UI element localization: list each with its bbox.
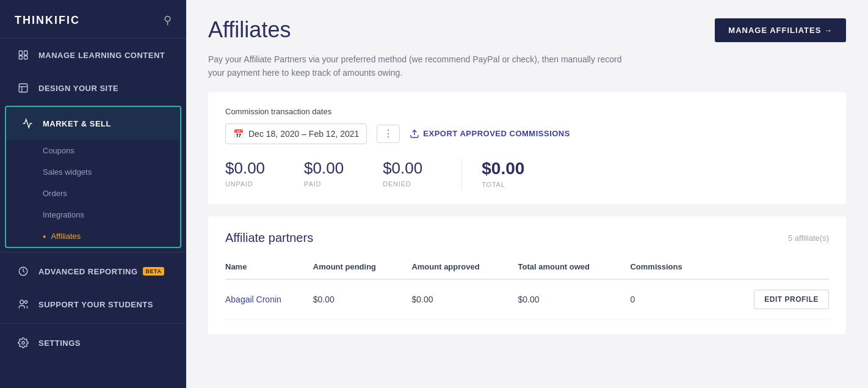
sidebar-item-label: ADVANCED REPORTING: [38, 267, 138, 276]
stat-total: $0.00 TOTAL: [482, 159, 544, 188]
partners-table: Name Amount pending Amount approved Tota…: [225, 257, 829, 320]
actions-cell: EDIT PROFILE: [712, 279, 829, 320]
chart-icon: [21, 117, 34, 130]
calendar-icon: 📅: [233, 129, 244, 139]
stat-unpaid: $0.00 UNPAID: [225, 159, 284, 188]
affiliates-count: 5 affiliate(s): [788, 233, 829, 243]
export-commissions-button[interactable]: EXPORT APPROVED COMMISSIONS: [410, 129, 570, 139]
stat-denied-value: $0.00: [383, 159, 422, 178]
settings-icon: [16, 336, 30, 350]
sidebar-logo: THINKIFIC ⚲: [0, 0, 186, 38]
main-content: Affiliates MANAGE AFFILIATES → Pay your …: [186, 0, 868, 388]
svg-point-10: [22, 342, 25, 345]
page-description: Pay your Affiliate Partners via your pre…: [208, 53, 623, 80]
commissions-cell: 0: [630, 279, 711, 320]
sidebar-item-label: MANAGE LEARNING CONTENT: [38, 51, 165, 60]
col-header-commissions: Commissions: [630, 257, 711, 279]
sidebar-item-market-sell[interactable]: MARKET & SELL: [6, 107, 180, 140]
total-owed-cell: $0.00: [518, 279, 631, 320]
sidebar-item-advanced-reporting[interactable]: ADVANCED REPORTING BETA: [0, 255, 186, 288]
sidebar-item-label: SETTINGS: [38, 339, 81, 348]
affiliate-name: Abagail Cronin: [225, 279, 313, 320]
col-header-name: Name: [225, 257, 313, 279]
sidebar-sub-item-affiliates[interactable]: Affiliates: [6, 225, 180, 247]
stat-unpaid-label: UNPAID: [225, 180, 265, 188]
commission-label: Commission transaction dates: [225, 107, 829, 116]
stats-divider: [461, 159, 462, 189]
sidebar-item-label: MARKET & SELL: [43, 119, 111, 128]
sidebar-item-manage-learning[interactable]: MANAGE LEARNING CONTENT: [0, 38, 186, 71]
col-header-amount-pending: Amount pending: [313, 257, 412, 279]
sidebar-item-label: DESIGN YOUR SITE: [38, 84, 118, 93]
svg-point-8: [20, 300, 24, 304]
beta-badge: BETA: [143, 267, 165, 276]
layout-icon: [16, 81, 30, 95]
svg-rect-2: [19, 56, 22, 59]
sidebar-item-settings[interactable]: SETTINGS: [0, 326, 186, 359]
svg-rect-4: [19, 84, 27, 92]
main-body: Pay your Affiliate Partners via your pre…: [186, 53, 868, 388]
sidebar-item-support-students[interactable]: SUPPORT YOUR STUDENTS: [0, 288, 186, 321]
sidebar: THINKIFIC ⚲ MANAGE LEARNING CONTENT DESI…: [0, 0, 186, 388]
amount-approved-cell: $0.00: [411, 279, 518, 320]
sidebar-item-design-site[interactable]: DESIGN YOUR SITE: [0, 71, 186, 104]
table-row: Abagail Cronin $0.00 $0.00 $0.00 0 EDIT …: [225, 279, 829, 320]
svg-point-9: [24, 301, 27, 304]
amount-pending-cell: $0.00: [313, 279, 412, 320]
students-icon: [16, 298, 30, 311]
stat-denied: $0.00 DENIED: [383, 159, 442, 188]
stat-total-value: $0.00: [482, 159, 524, 178]
sidebar-sub-item-coupons[interactable]: Coupons: [6, 140, 180, 161]
stats-row: $0.00 UNPAID $0.00 PAID $0.00 DENIED $0.…: [225, 159, 829, 189]
reporting-icon: [16, 265, 30, 278]
partners-title: Affiliate partners: [225, 231, 313, 245]
date-row: 📅 Dec 18, 2020 – Feb 12, 2021 ⋮ EXPORT A…: [225, 123, 829, 144]
svg-rect-1: [24, 51, 27, 55]
page-title: Affiliates: [208, 17, 291, 43]
stat-denied-label: DENIED: [383, 180, 422, 188]
date-options-button[interactable]: ⋮: [377, 125, 400, 143]
col-header-actions: [712, 257, 829, 279]
svg-rect-3: [24, 56, 27, 59]
date-range-value: Dec 18, 2020 – Feb 12, 2021: [248, 129, 359, 139]
edit-profile-button[interactable]: EDIT PROFILE: [754, 290, 829, 309]
date-range-picker[interactable]: 📅 Dec 18, 2020 – Feb 12, 2021: [225, 123, 367, 144]
stat-unpaid-value: $0.00: [225, 159, 265, 178]
export-icon: [410, 129, 419, 139]
brand-name: THINKIFIC: [15, 14, 80, 27]
sidebar-sub-item-integrations[interactable]: Integrations: [6, 204, 180, 225]
manage-affiliates-button[interactable]: MANAGE AFFILIATES →: [715, 18, 846, 42]
partners-section: Affiliate partners 5 affiliate(s) Name A…: [208, 216, 846, 334]
svg-rect-0: [19, 51, 22, 55]
stat-paid-value: $0.00: [304, 159, 344, 178]
page-header: Affiliates MANAGE AFFILIATES →: [186, 0, 868, 53]
sidebar-item-label: SUPPORT YOUR STUDENTS: [38, 300, 153, 309]
col-header-total-owed: Total amount owed: [518, 257, 631, 279]
stat-paid-label: PAID: [304, 180, 344, 188]
col-header-amount-approved: Amount approved: [411, 257, 518, 279]
commission-section: Commission transaction dates 📅 Dec 18, 2…: [208, 92, 846, 204]
market-sell-section: MARKET & SELL Coupons Sales widgets Orde…: [5, 106, 181, 248]
sidebar-sub-item-sales-widgets[interactable]: Sales widgets: [6, 161, 180, 183]
table-header: Name Amount pending Amount approved Tota…: [225, 257, 829, 279]
partners-header: Affiliate partners 5 affiliate(s): [225, 231, 829, 245]
stat-total-label: TOTAL: [482, 181, 524, 188]
affiliate-name-link[interactable]: Abagail Cronin: [225, 295, 281, 304]
book-icon: [16, 48, 30, 62]
stat-paid: $0.00 PAID: [304, 159, 363, 188]
export-button-label: EXPORT APPROVED COMMISSIONS: [423, 129, 570, 138]
search-icon[interactable]: ⚲: [164, 13, 172, 27]
table-body: Abagail Cronin $0.00 $0.00 $0.00 0 EDIT …: [225, 279, 829, 320]
sidebar-sub-item-orders[interactable]: Orders: [6, 183, 180, 204]
